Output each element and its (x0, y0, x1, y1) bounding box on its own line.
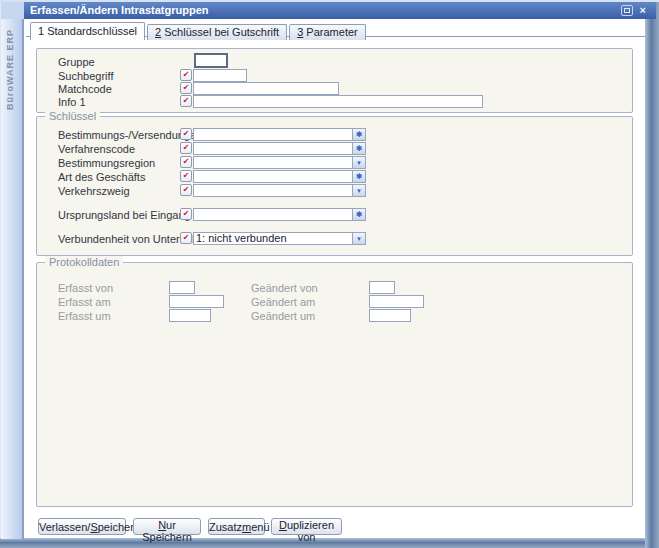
duplizieren-von-button[interactable]: Duplizieren von (271, 518, 342, 535)
bestimmungsregion-label: Bestimmungsregion (58, 157, 155, 169)
art-des-geschaefts-edit-check-icon[interactable]: ✔ (180, 170, 192, 182)
erfasst-am-label: Erfasst am (58, 296, 111, 308)
button-label-pre: Zusatz (209, 521, 242, 533)
matchcode-edit-check-icon[interactable]: ✔ (180, 82, 192, 94)
window-controls: × (621, 5, 646, 16)
restore-icon[interactable] (621, 5, 633, 16)
groupbox-schluessel: Schlüssel Bestimmungs-/Versendungsland ✔… (36, 116, 633, 256)
matchcode-label: Matchcode (58, 83, 112, 95)
verkehrszweig-edit-check-icon[interactable]: ✔ (180, 184, 192, 196)
window-corner (1, 2, 24, 19)
verkehrszweig-combo: ▾ (193, 184, 366, 197)
verkehrszweig-dropdown-arrow-icon[interactable]: ▾ (352, 185, 365, 196)
nur-speichern-button[interactable]: Nur Speichern (133, 518, 201, 535)
bestimmungsland-lookup-icon[interactable]: ✱ (352, 129, 365, 140)
tab-label-post: Parameter (303, 26, 357, 38)
tab-parameter[interactable]: 3 Parameter (289, 24, 366, 40)
art-des-geschaefts-combo: ✱ (193, 170, 366, 183)
bestimmungsregion-edit-check-icon[interactable]: ✔ (180, 156, 192, 168)
geaendert-um-label: Geändert um (251, 310, 315, 322)
button-label-pre: Verlassen/ (39, 521, 90, 533)
ursprungsland-lookup-icon[interactable]: ✱ (352, 209, 365, 220)
matchcode-input[interactable] (193, 82, 339, 95)
groupbox-protokolldaten: Protokolldaten Erfasst von Erfasst am Er… (36, 262, 633, 507)
close-icon[interactable]: × (640, 5, 646, 16)
art-des-geschaefts-input[interactable] (194, 171, 352, 182)
groupbox-schluessel-title: Schlüssel (45, 110, 100, 122)
art-des-geschaefts-label: Art des Geschäfts (58, 171, 145, 183)
window-frame-right (645, 2, 659, 548)
tab-standardschluessel[interactable]: 1 Standardschlüssel (30, 22, 145, 40)
ursprungsland-combo: ✱ (193, 208, 366, 221)
tab-schluessel-bei-gutschrift[interactable]: 2 Schlüssel bei Gutschrift (147, 24, 287, 40)
verfahrenscode-edit-check-icon[interactable]: ✔ (180, 142, 192, 154)
button-label-key: N (158, 519, 166, 531)
erfasst-von-input[interactable] (169, 281, 195, 294)
ursprungsland-edit-check-icon[interactable]: ✔ (180, 208, 192, 220)
info1-edit-check-icon[interactable]: ✔ (180, 95, 192, 107)
verlassen-speichern-button[interactable]: Verlassen/Speichern (38, 518, 126, 535)
verbundenheit-selected-value: 1: nicht verbunden (194, 233, 352, 244)
verkehrszweig-label: Verkehrszweig (58, 185, 130, 197)
button-label-post: enü (251, 521, 269, 533)
brand-sidebar: BüroWARE ERP (1, 19, 24, 539)
verfahrenscode-label: Verfahrenscode (58, 143, 135, 155)
art-des-geschaefts-lookup-icon[interactable]: ✱ (352, 171, 365, 182)
restore-icon-inner (624, 8, 630, 13)
tab-label-pre: 1 Standardschlüssel (38, 25, 137, 37)
gruppe-label: Gruppe (58, 56, 95, 68)
verbundenheit-dropdown-arrow-icon[interactable]: ▾ (352, 233, 365, 244)
ursprungsland-input[interactable] (194, 209, 352, 220)
geaendert-von-input[interactable] (369, 281, 395, 294)
groupbox-protokolldaten-title: Protokolldaten (45, 256, 123, 268)
brand-vertical-label: BüroWARE ERP (5, 29, 15, 110)
erfasst-um-input[interactable] (169, 309, 211, 322)
info1-label: Info 1 (58, 96, 86, 108)
verkehrszweig-input[interactable] (194, 185, 352, 196)
suchbegriff-edit-check-icon[interactable]: ✔ (180, 69, 192, 81)
verfahrenscode-input[interactable] (194, 143, 352, 154)
verfahrenscode-combo: ✱ (193, 142, 366, 155)
geaendert-von-label: Geändert von (251, 282, 318, 294)
verbundenheit-dropdown[interactable]: 1: nicht verbunden ▾ (193, 232, 366, 245)
groupbox-general: Gruppe Suchbegriff ✔ Matchcode ✔ Info 1 … (36, 48, 633, 113)
window-frame-bottom (0, 538, 645, 548)
verfahrenscode-lookup-icon[interactable]: ✱ (352, 143, 365, 154)
info1-input[interactable] (193, 95, 483, 108)
geaendert-am-input[interactable] (369, 295, 424, 308)
erfasst-von-label: Erfasst von (58, 282, 113, 294)
bestimmungsregion-input[interactable] (194, 157, 352, 168)
geaendert-am-label: Geändert am (251, 296, 315, 308)
dialog-content: 1 Standardschlüssel 2 Schlüssel bei Guts… (26, 19, 645, 538)
verbundenheit-edit-check-icon[interactable]: ✔ (180, 232, 192, 244)
tab-bar: 1 Standardschlüssel 2 Schlüssel bei Guts… (30, 22, 368, 40)
zusatzmenue-button[interactable]: Zusatzmenü (208, 518, 265, 535)
bestimmungsregion-combo: ▾ (193, 156, 366, 169)
button-label-key: D (279, 519, 287, 531)
dialog-window: Erfassen/Ändern Intrastatgruppen × BüroW… (0, 0, 659, 548)
button-label-key: S (90, 521, 97, 533)
gruppe-input[interactable] (194, 53, 228, 68)
window-title: Erfassen/Ändern Intrastatgruppen (30, 4, 208, 16)
bestimmungsland-combo: ✱ (193, 128, 366, 141)
suchbegriff-label: Suchbegriff (58, 70, 113, 82)
erfasst-um-label: Erfasst um (58, 310, 111, 322)
tab-label-post: Schlüssel bei Gutschrift (161, 26, 279, 38)
erfasst-am-input[interactable] (169, 295, 224, 308)
title-bar: Erfassen/Ändern Intrastatgruppen × (24, 2, 656, 19)
ursprungsland-label: Ursprungsland bei Eingang (58, 209, 191, 221)
bestimmungsland-input[interactable] (194, 129, 352, 140)
button-label-key: m (242, 521, 251, 533)
bestimmungsland-edit-check-icon[interactable]: ✔ (180, 128, 192, 140)
button-label-post: ur Speichern (142, 519, 192, 543)
bestimmungsregion-dropdown-arrow-icon[interactable]: ▾ (352, 157, 365, 168)
geaendert-um-input[interactable] (369, 309, 411, 322)
suchbegriff-input[interactable] (193, 69, 247, 82)
